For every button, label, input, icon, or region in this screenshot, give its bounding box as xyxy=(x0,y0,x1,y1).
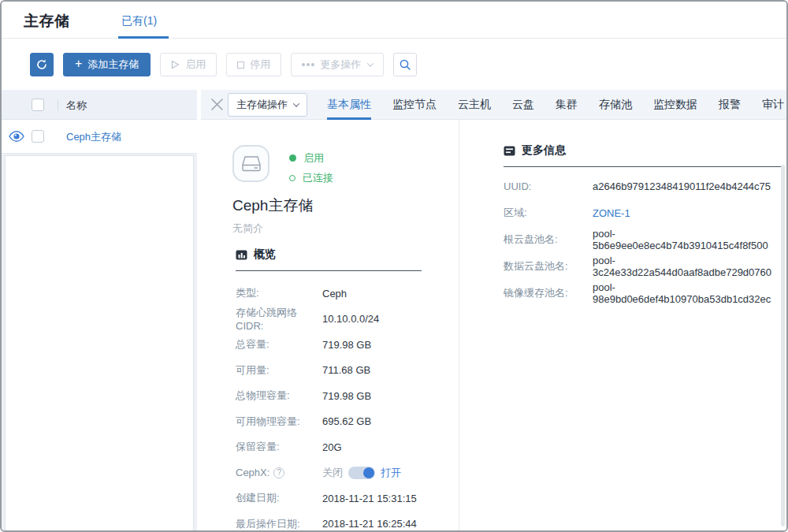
tab-basic-properties[interactable]: 基本属性 xyxy=(327,90,371,120)
status-connected-ring-icon xyxy=(289,175,296,181)
status-block: 启用 已连接 xyxy=(289,148,333,188)
plus-icon: + xyxy=(75,58,82,70)
overview-section-header: 概览 xyxy=(236,247,276,262)
overview-fields: 类型: Ceph 存储心跳网络CIDR: 10.10.0.0/24 总容量: 7… xyxy=(236,281,456,532)
more-info-icon xyxy=(504,146,515,156)
page-title: 主存储 xyxy=(24,11,70,32)
tab-clusters[interactable]: 集群 xyxy=(556,90,578,120)
enable-label: 启用 xyxy=(185,58,206,72)
close-icon[interactable] xyxy=(210,98,224,114)
field-available-physical-capacity: 可用物理容量: 695.62 GB xyxy=(236,409,456,435)
more-actions-button[interactable]: 更多操作 xyxy=(291,53,384,76)
storage-name: Ceph主存储 xyxy=(232,195,313,216)
storage-actions-dropdown[interactable]: 主存储操作 xyxy=(228,93,307,117)
zone-link[interactable]: ZONE-1 xyxy=(593,207,630,219)
play-icon xyxy=(171,60,180,69)
chevron-down-icon xyxy=(293,100,299,106)
field-total-physical-capacity: 总物理容量: 719.98 GB xyxy=(236,383,456,409)
overview-section-title: 概览 xyxy=(254,247,276,262)
tab-alarms[interactable]: 报警 xyxy=(719,90,741,120)
toolbar: + 添加主存储 启用 停用 更多操作 xyxy=(2,39,786,90)
cephx-toggle[interactable] xyxy=(348,467,375,479)
field-create-date: 创建日期: 2018-11-21 15:31:15 xyxy=(236,485,456,512)
tab-existing[interactable]: 已有(1) xyxy=(121,14,157,28)
name-column-header: 名称 xyxy=(66,99,87,113)
tab-audit[interactable]: 审计 xyxy=(762,90,784,120)
overview-underline xyxy=(236,270,422,271)
cephx-toggle-group: 关闭 打开 xyxy=(322,466,401,480)
status-connected-label: 已连接 xyxy=(303,171,333,185)
field-reserved-capacity: 保留容量: 20G xyxy=(236,434,456,460)
tab-monitor-nodes[interactable]: 监控节点 xyxy=(392,90,437,120)
toggle-on-label: 打开 xyxy=(381,466,401,480)
status-enabled: 启用 xyxy=(289,148,333,168)
field-available-capacity: 可用量: 711.68 GB xyxy=(236,358,456,384)
field-root-volume-pool: 根云盘池名: pool-5b6e9ee0e8ec4b74b3910415c4f8… xyxy=(504,226,787,253)
stop-icon xyxy=(237,61,244,69)
field-uuid: UUID: a2646b97912348419011f2e4b4244c75 xyxy=(504,173,787,199)
field-total-capacity: 总容量: 719.98 GB xyxy=(236,332,456,358)
more-actions-label: 更多操作 xyxy=(320,58,361,72)
refresh-button[interactable] xyxy=(30,53,54,76)
row-checkbox[interactable] xyxy=(32,130,44,143)
more-info-fields: UUID: a2646b97912348419011f2e4b4244c75 区… xyxy=(504,173,787,307)
add-primary-storage-button[interactable]: + 添加主存储 xyxy=(63,53,151,76)
monitor-eye-icon[interactable] xyxy=(8,129,25,147)
field-type: 类型: Ceph xyxy=(236,281,456,307)
status-enabled-label: 启用 xyxy=(303,151,324,166)
cephx-label: CephX: xyxy=(236,467,269,478)
search-icon xyxy=(399,58,411,71)
disk-drive-icon xyxy=(240,154,262,173)
field-cephx: CephX: ? 关闭 打开 xyxy=(236,460,456,486)
overview-icon xyxy=(236,250,247,260)
enable-button[interactable]: 启用 xyxy=(160,53,217,76)
column-divider xyxy=(58,99,58,111)
toggle-off-label: 关闭 xyxy=(322,466,343,480)
storage-list-row[interactable]: Ceph主存储 xyxy=(2,120,197,154)
field-data-volume-pool: 数据云盘池名: pool-3c24e33d22a544d0aaf8adbe729… xyxy=(504,253,787,280)
detail-tabs: 基本属性 监控节点 云主机 云盘 集群 存储池 监控数据 报警 审计 xyxy=(327,90,784,120)
disable-label: 停用 xyxy=(250,58,270,72)
status-connected: 已连接 xyxy=(289,168,333,188)
refresh-icon xyxy=(35,58,48,71)
more-info-section-header: 更多信息 xyxy=(504,143,566,158)
storage-description: 无简介 xyxy=(232,221,263,236)
field-last-op-date: 最后操作日期: 2018-11-21 16:25:44 xyxy=(236,512,456,532)
more-info-section-title: 更多信息 xyxy=(522,143,566,158)
detail-scrollbar[interactable] xyxy=(781,165,785,526)
help-icon[interactable]: ? xyxy=(273,467,284,478)
status-enabled-dot-icon xyxy=(289,154,296,162)
toggle-knob xyxy=(363,467,374,478)
field-zone: 区域: ZONE-1 xyxy=(504,199,787,226)
add-primary-storage-label: 添加主存储 xyxy=(87,58,139,72)
list-header: 名称 xyxy=(2,90,197,120)
tab-storage-pools[interactable]: 存储池 xyxy=(599,90,632,120)
field-image-cache-pool: 镜像缓存池名: pool-98e9bd0e6def4b10970ba53db1c… xyxy=(504,280,787,307)
detail-panel: 主存储操作 基本属性 监控节点 云主机 云盘 集群 存储池 监控数据 报警 审计 xyxy=(201,90,786,530)
select-all-checkbox[interactable] xyxy=(32,99,44,111)
storage-list-panel: 名称 Ceph主存储 xyxy=(2,90,197,530)
list-empty-area xyxy=(5,155,194,530)
disable-button[interactable]: 停用 xyxy=(226,53,281,76)
storage-actions-label: 主存储操作 xyxy=(236,98,288,112)
detail-columns-divider xyxy=(459,120,459,530)
primary-storage-page: 主存储 已有(1) + 添加主存储 启用 停用 xyxy=(0,0,788,532)
tab-monitor-data[interactable]: 监控数据 xyxy=(653,90,697,120)
more-dots-icon xyxy=(302,63,314,66)
more-info-underline xyxy=(504,166,784,167)
tab-vm-instances[interactable]: 云主机 xyxy=(458,90,491,120)
tab-volumes[interactable]: 云盘 xyxy=(512,90,534,120)
field-heartbeat-cidr: 存储心跳网络CIDR: 10.10.0.0/24 xyxy=(236,307,456,333)
search-button[interactable] xyxy=(393,53,417,76)
tab-existing-underline xyxy=(118,36,169,39)
storage-row-name[interactable]: Ceph主存储 xyxy=(66,130,121,144)
chevron-down-icon xyxy=(367,60,374,66)
detail-header-strip: 主存储操作 基本属性 监控节点 云主机 云盘 集群 存储池 监控数据 报警 审计 xyxy=(201,90,786,120)
page-header: 主存储 已有(1) xyxy=(2,2,786,39)
storage-avatar xyxy=(232,145,269,182)
